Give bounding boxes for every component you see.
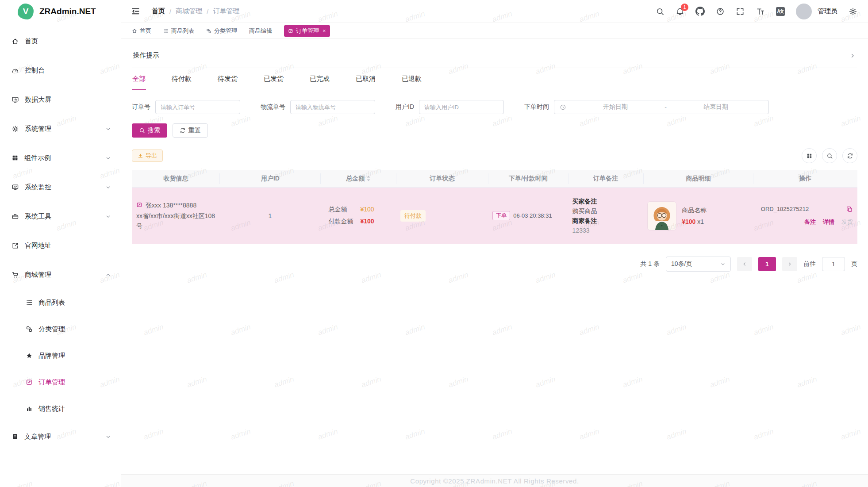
sort-carets-icon[interactable] bbox=[366, 175, 371, 182]
status-tab-shipped[interactable]: 已发货 bbox=[263, 68, 284, 90]
table-refresh-icon[interactable] bbox=[842, 148, 857, 163]
export-button-label: 导出 bbox=[146, 152, 157, 160]
language-icon[interactable]: A文 bbox=[776, 7, 785, 16]
username[interactable]: 管理员 bbox=[818, 7, 837, 15]
filter-label: 用户ID bbox=[396, 103, 414, 111]
notification-badge: 1 bbox=[681, 4, 688, 11]
bell-icon[interactable]: 1 bbox=[676, 7, 684, 16]
tracking-no-input[interactable] bbox=[290, 100, 375, 114]
tag-tab-product-list[interactable]: 商品列表 bbox=[163, 27, 194, 35]
download-icon bbox=[138, 153, 143, 159]
orders-table: 收货信息 用户ID 总金额 订单状态 下单/付款时间 订单备注 商品明细 操作 bbox=[132, 170, 857, 244]
note-action[interactable]: 备注 bbox=[804, 218, 816, 226]
prev-page-button[interactable] bbox=[737, 257, 752, 271]
tag-tab-category[interactable]: 分类管理 bbox=[206, 27, 237, 35]
sidebar-item-system[interactable]: 系统管理 bbox=[0, 114, 121, 143]
detail-action[interactable]: 详情 bbox=[823, 218, 834, 226]
export-button[interactable]: 导出 bbox=[132, 150, 163, 162]
sidebar-item-console[interactable]: 控制台 bbox=[0, 56, 121, 85]
sidebar-item-components[interactable]: 组件示例 bbox=[0, 143, 121, 173]
monitor-icon bbox=[12, 184, 19, 191]
receiver-name-phone: 张xxx 138****8888 bbox=[146, 200, 196, 210]
sidebar-item-datascreen[interactable]: 数据大屏 bbox=[0, 85, 121, 114]
goto-page-input[interactable] bbox=[822, 257, 845, 271]
product-image[interactable] bbox=[648, 202, 676, 230]
menu-fold-icon[interactable] bbox=[131, 7, 140, 16]
tag-tab-home[interactable]: 首页 bbox=[132, 27, 151, 35]
filter-order-no: 订单号 bbox=[132, 100, 240, 114]
sidebar: V ZRAdmin.NET 首页 控制台 数据大屏 系统管理 bbox=[0, 0, 121, 487]
product-name: 商品名称 bbox=[682, 204, 707, 216]
table-header-sortable[interactable]: 总金额 bbox=[320, 173, 396, 184]
status-tab-completed[interactable]: 已完成 bbox=[309, 68, 330, 90]
sidebar-item-sales-stats[interactable]: 销售统计 bbox=[0, 395, 121, 422]
sidebar-item-label: 系统管理 bbox=[25, 125, 51, 133]
sidebar-item-articles[interactable]: 文章管理 bbox=[0, 422, 121, 451]
paid-amount-label: 付款金额 bbox=[328, 218, 353, 226]
sidebar-item-tools[interactable]: 系统工具 bbox=[0, 202, 121, 231]
status-tab-unshipped[interactable]: 待发货 bbox=[217, 68, 238, 90]
table-header-row: 收货信息 用户ID 总金额 订单状态 下单/付款时间 订单备注 商品明细 操作 bbox=[132, 170, 857, 188]
column-toggle-icon[interactable] bbox=[802, 148, 817, 163]
github-icon[interactable] bbox=[695, 7, 705, 16]
sidebar-item-monitor[interactable]: 系统监控 bbox=[0, 173, 121, 202]
page-content: 操作提示 全部 待付款 待发货 已发货 已完成 已取消 已退款 订单号 物流单号 bbox=[121, 39, 868, 474]
sidebar-item-website[interactable]: 官网地址 bbox=[0, 231, 121, 260]
pagination: 共 1 条 10条/页 1 前往 页 bbox=[132, 257, 857, 272]
sidebar-item-label: 控制台 bbox=[25, 66, 45, 75]
breadcrumb-mall[interactable]: 商城管理 bbox=[176, 7, 202, 15]
sidebar-item-mall[interactable]: 商城管理 bbox=[0, 260, 121, 289]
status-tab-unpaid[interactable]: 待付款 bbox=[171, 68, 192, 90]
settings-gear-icon[interactable] bbox=[849, 7, 857, 16]
breadcrumb-home[interactable]: 首页 bbox=[152, 7, 165, 15]
tip-panel[interactable]: 操作提示 bbox=[132, 48, 857, 68]
copyright-text: Copyright ©2025 ZRAdmin.NET All Rights R… bbox=[410, 477, 579, 485]
page-size-select[interactable]: 10条/页 bbox=[666, 257, 731, 272]
main-area: 首页 / 商城管理 / 订单管理 1 A文 管理员 bbox=[121, 0, 868, 487]
ship-action[interactable]: 发货 bbox=[841, 218, 853, 226]
font-size-icon[interactable] bbox=[756, 7, 765, 16]
status-tab-refunded[interactable]: 已退款 bbox=[401, 68, 422, 90]
bar-chart-icon bbox=[26, 405, 33, 412]
copy-icon[interactable] bbox=[846, 206, 853, 213]
sidebar-item-home[interactable]: 首页 bbox=[0, 27, 121, 56]
table-header: 订单状态 bbox=[396, 173, 488, 184]
search-icon[interactable] bbox=[656, 7, 664, 16]
next-page-button[interactable] bbox=[782, 257, 797, 271]
sidebar-item-orders[interactable]: 订单管理 bbox=[0, 369, 121, 395]
breadcrumb-separator: / bbox=[169, 8, 171, 15]
close-icon[interactable]: × bbox=[323, 27, 326, 34]
status-tab-all[interactable]: 全部 bbox=[132, 68, 146, 90]
edit-address-icon[interactable] bbox=[136, 202, 142, 208]
sidebar-item-category[interactable]: 分类管理 bbox=[0, 316, 121, 342]
reset-button[interactable]: 重置 bbox=[173, 123, 208, 138]
avatar[interactable] bbox=[796, 4, 812, 19]
tag-tab-orders[interactable]: 订单管理 × bbox=[284, 25, 330, 37]
fullscreen-icon[interactable] bbox=[736, 7, 745, 16]
seller-note: 12333 bbox=[572, 226, 639, 235]
table-search-icon[interactable] bbox=[822, 148, 837, 163]
cart-icon bbox=[12, 271, 19, 279]
search-button[interactable]: 搜索 bbox=[132, 123, 167, 138]
date-end-placeholder[interactable]: 结束日期 bbox=[668, 103, 763, 111]
help-icon[interactable] bbox=[716, 7, 725, 16]
sidebar-item-brand[interactable]: 品牌管理 bbox=[0, 342, 121, 369]
page-number-current[interactable]: 1 bbox=[758, 257, 776, 271]
date-start-placeholder[interactable]: 开始日期 bbox=[568, 103, 663, 111]
user-id-input[interactable] bbox=[419, 100, 504, 114]
buyer-note: 购买商品 bbox=[572, 206, 639, 216]
refresh-icon bbox=[180, 127, 186, 134]
order-no-input[interactable] bbox=[155, 100, 240, 114]
cell-time: 下单 06-03 20:38:31 bbox=[488, 207, 568, 225]
sidebar-item-label: 官网地址 bbox=[25, 242, 51, 250]
tag-tab-label: 首页 bbox=[140, 27, 151, 35]
chevron-down-icon bbox=[105, 126, 111, 132]
status-tab-cancelled[interactable]: 已取消 bbox=[355, 68, 376, 90]
date-range-picker[interactable]: 开始日期 - 结束日期 bbox=[554, 100, 769, 114]
sidebar-item-product-list[interactable]: 商品列表 bbox=[0, 289, 121, 316]
order-time-tag: 下单 bbox=[492, 211, 510, 220]
tag-tab-product-edit[interactable]: 商品编辑 bbox=[249, 27, 272, 35]
table-header: 收货信息 bbox=[132, 173, 219, 184]
cell-actions: ORD_1825275212 备注 详情 发货 bbox=[753, 201, 857, 230]
logo[interactable]: V ZRAdmin.NET bbox=[0, 0, 121, 23]
